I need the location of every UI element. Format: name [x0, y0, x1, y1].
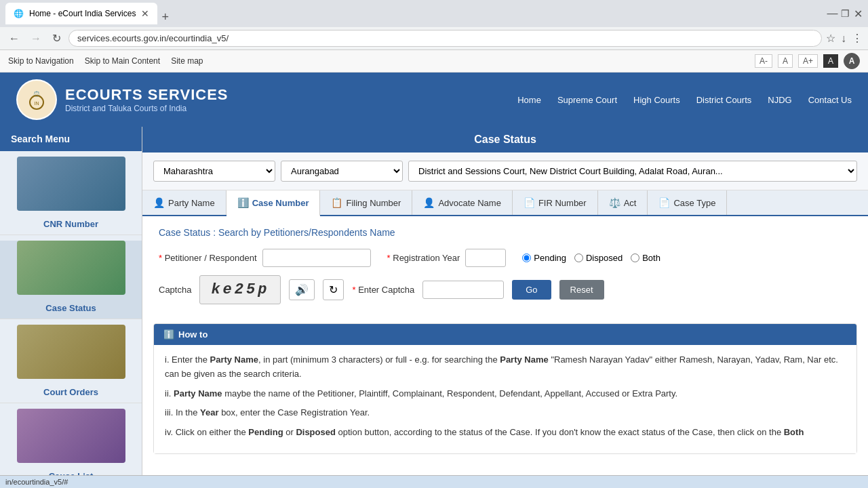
both-label: Both [642, 253, 660, 263]
status-url: in/ecourtindia_v5/# [5, 478, 68, 486]
svg-point-0 [18, 81, 56, 119]
party-name-icon: 👤 [153, 197, 165, 208]
refresh-button[interactable]: ↻ [49, 30, 64, 46]
font-medium-button[interactable]: A [778, 54, 793, 68]
tab-act[interactable]: ⚖️ Act [598, 190, 648, 215]
address-bar-row: ← → ↻ ☆ ↓ ⋮ [0, 27, 868, 50]
enter-captcha-label: * Enter Captcha [352, 285, 414, 295]
toolbar-icons: ☆ ↓ ⋮ [826, 32, 863, 45]
window-controls: — ❐ ✕ [828, 9, 863, 18]
registration-year-group: * Registration Year [387, 249, 507, 267]
petitioner-label: * Petitioner / Respondent [159, 253, 257, 263]
svg-text:IN: IN [35, 101, 39, 106]
sidebar-label-case-status: Case Status [0, 300, 142, 319]
info-icon: ℹ️ [163, 329, 174, 340]
tab-act-label: Act [624, 198, 637, 208]
case-number-icon: ℹ️ [237, 197, 249, 208]
tab-case-number-label: Case Number [252, 198, 309, 208]
browser-tab[interactable]: 🌐 Home - eCourt India Services ✕ [5, 3, 157, 24]
search-title: Case Status : Search by Petitioners/Resp… [159, 227, 852, 238]
tab-case-number[interactable]: ℹ️ Case Number [226, 190, 321, 216]
district-dropdown[interactable]: Aurangabad [281, 161, 403, 182]
sidebar-item-cnr-number[interactable]: CNR Number [0, 157, 142, 235]
captcha-audio-button[interactable]: 🔊 [289, 279, 315, 300]
nav-contact-us[interactable]: Contact Us [808, 95, 852, 105]
disposed-label: Disposed [586, 253, 623, 263]
sidebar-img-cnr [17, 157, 125, 211]
nav-district-courts[interactable]: District Courts [696, 95, 752, 105]
radio-pending[interactable]: Pending [522, 253, 566, 263]
status-bar: in/ecourtindia_v5/# [0, 475, 868, 488]
status-radio-group: Pending Disposed Both [522, 253, 660, 263]
contrast-button[interactable]: A [823, 54, 838, 68]
required-star2: * [387, 253, 391, 263]
sidebar-label-cnr: CNR Number [0, 216, 142, 235]
minimize-button[interactable]: — [828, 9, 837, 18]
pending-radio[interactable] [522, 253, 531, 262]
reset-button[interactable]: Reset [559, 280, 604, 300]
pending-label: Pending [534, 253, 566, 263]
go-button[interactable]: Go [512, 280, 551, 300]
nav-supreme-court[interactable]: Supreme Court [557, 95, 617, 105]
tab-fir-number[interactable]: 📄 FIR Number [513, 190, 598, 215]
nav-high-courts[interactable]: High Courts [633, 95, 680, 105]
case-status-header: Case Status [142, 127, 868, 152]
font-small-button[interactable]: A- [755, 54, 772, 68]
sidebar-item-case-status[interactable]: Case Status [0, 241, 142, 319]
captcha-label: Captcha [159, 285, 191, 295]
captcha-refresh-button[interactable]: ↻ [323, 279, 344, 300]
petitioner-group: * Petitioner / Respondent [159, 249, 371, 267]
site-name: ECOURTS SERVICES [65, 86, 229, 104]
bookmark-icon[interactable]: ☆ [826, 32, 835, 45]
radio-disposed[interactable]: Disposed [574, 253, 623, 263]
tab-case-type-label: Case Type [673, 198, 715, 208]
main-layout: Search Menu CNR Number Case Status Court… [0, 127, 868, 488]
download-icon[interactable]: ↓ [841, 33, 846, 45]
font-large-button[interactable]: A+ [798, 54, 818, 68]
logo-area: ⚖️ IN ECOURTS SERVICES District and Talu… [16, 79, 229, 120]
registration-year-label: * Registration Year [387, 253, 460, 263]
sidebar-label-court-orders: Court Orders [0, 384, 142, 403]
sidebar-item-court-orders[interactable]: Court Orders [0, 325, 142, 403]
skip-navigation-link[interactable]: Skip to Navigation [8, 56, 74, 66]
radio-both[interactable]: Both [631, 253, 660, 263]
sidebar-img-case-status [17, 241, 125, 295]
tab-advocate-name[interactable]: 👤 Advocate Name [412, 190, 513, 215]
back-button[interactable]: ← [5, 31, 23, 46]
tab-close-icon[interactable]: ✕ [141, 8, 149, 19]
user-button[interactable]: A [844, 53, 860, 69]
howto-title: How to [178, 329, 208, 340]
tab-filing-number[interactable]: 📋 Filing Number [320, 190, 412, 215]
site-map-link[interactable]: Site map [171, 56, 203, 66]
address-input[interactable] [68, 30, 822, 47]
font-size-controls: A- A A+ A A [755, 53, 860, 69]
tab-party-name[interactable]: 👤 Party Name [142, 190, 226, 215]
nav-home[interactable]: Home [517, 95, 541, 105]
disposed-radio[interactable] [574, 253, 583, 262]
maximize-button[interactable]: ❐ [841, 9, 850, 18]
court-dropdown[interactable]: District and Sessions Court, New Distric… [408, 161, 857, 182]
required-star: * [159, 253, 162, 263]
tab-title: Home - eCourt India Services [29, 9, 136, 18]
registration-year-input[interactable] [465, 249, 506, 267]
menu-icon[interactable]: ⋮ [852, 32, 863, 45]
site-tagline: District and Taluka Courts of India [65, 104, 229, 113]
advocate-name-icon: 👤 [423, 197, 435, 208]
both-radio[interactable] [631, 253, 639, 262]
dropdowns-row: Maharashtra Aurangabad District and Sess… [142, 152, 868, 190]
fir-number-icon: 📄 [524, 197, 535, 208]
new-tab-button[interactable]: + [157, 10, 173, 24]
skip-main-content-link[interactable]: Skip to Main Content [85, 56, 160, 66]
nav-njdg[interactable]: NJDG [768, 95, 791, 105]
state-dropdown[interactable]: Maharashtra [153, 161, 275, 182]
tab-case-type[interactable]: 📄 Case Type [648, 190, 727, 215]
forward-button[interactable]: → [27, 31, 45, 46]
petitioner-input[interactable] [262, 249, 371, 267]
howto-instruction-1: i. Enter the Party Name, in part (minimu… [165, 353, 846, 382]
filing-number-icon: 📋 [331, 197, 342, 208]
accessibility-bar: Skip to Navigation Skip to Main Content … [0, 50, 868, 73]
howto-instruction-3: iii. In the Year box, enter the Case Reg… [165, 406, 846, 420]
window-close-button[interactable]: ✕ [854, 9, 863, 18]
captcha-input[interactable] [422, 281, 504, 299]
site-logo: ⚖️ IN [16, 79, 57, 120]
